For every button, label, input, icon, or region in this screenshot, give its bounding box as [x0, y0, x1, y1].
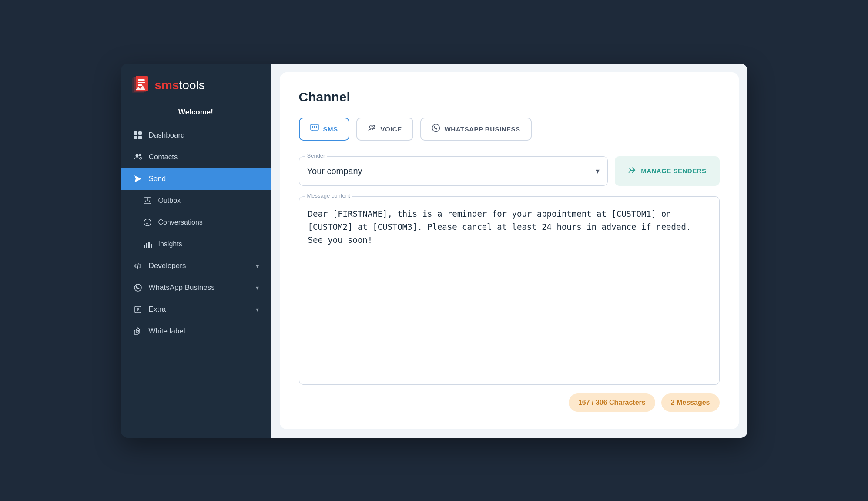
developers-chevron-icon: ▾	[256, 262, 259, 269]
send-label: Send	[149, 175, 166, 183]
sms-tab-icon	[310, 124, 319, 134]
extra-icon	[133, 305, 143, 314]
contacts-icon	[133, 152, 143, 162]
tab-voice[interactable]: VOICE	[356, 118, 413, 141]
sidebar-item-insights[interactable]: Insights	[121, 233, 271, 255]
svg-rect-7	[138, 131, 142, 135]
send-icon	[133, 174, 143, 184]
sidebar-item-white-label[interactable]: White label	[121, 320, 271, 342]
developers-label: Developers	[149, 262, 186, 270]
svg-rect-5	[138, 84, 142, 86]
svg-point-26	[373, 125, 375, 127]
sidebar-item-extra[interactable]: Extra ▾	[121, 299, 271, 320]
whatsapp-chevron-icon: ▾	[256, 284, 259, 291]
developers-icon	[133, 261, 143, 271]
svg-point-11	[139, 154, 141, 156]
dashboard-label: Dashboard	[149, 131, 185, 140]
app-container: smstools Welcome! Dashboard Contacts	[121, 64, 747, 438]
svg-rect-17	[151, 244, 152, 248]
tab-whatsapp-label: WHATSAPP BUSINESS	[445, 125, 520, 133]
svg-rect-6	[134, 131, 137, 135]
dashboard-icon	[133, 131, 143, 140]
svg-rect-9	[138, 136, 142, 139]
message-section: Message content	[299, 196, 720, 385]
sidebar-item-conversations[interactable]: Conversations	[121, 212, 271, 233]
sidebar-item-developers[interactable]: Developers ▾	[121, 255, 271, 277]
manage-senders-label: MANAGE SENDERS	[641, 167, 706, 175]
sidebar-item-dashboard[interactable]: Dashboard	[121, 124, 271, 146]
outbox-label: Outbox	[158, 197, 181, 205]
sender-section: Sender Your company ▾ MANAGE SENDERS	[299, 156, 720, 186]
channel-tabs: SMS VOICE WHATSAPP BUSINESS	[299, 118, 720, 141]
contacts-label: Contacts	[149, 153, 178, 161]
sidebar-nav: Dashboard Contacts Send Ou	[121, 124, 271, 429]
svg-rect-4	[138, 82, 145, 83]
svg-rect-24	[316, 126, 317, 128]
content-card: Channel SMS VOICE	[280, 72, 739, 429]
white-label-label: White label	[149, 327, 185, 336]
outbox-icon	[143, 196, 152, 205]
white-label-icon	[133, 326, 143, 336]
message-label: Message content	[305, 192, 352, 199]
sender-field-wrapper: Sender Your company ▾	[299, 156, 608, 186]
main-content: Channel SMS VOICE	[271, 64, 747, 438]
sidebar-logo: smstools	[121, 64, 271, 104]
svg-rect-3	[138, 79, 145, 81]
svg-rect-15	[146, 243, 147, 248]
svg-rect-14	[144, 245, 145, 248]
extra-chevron-icon: ▾	[256, 306, 259, 313]
logo-icon	[131, 76, 151, 95]
message-textarea[interactable]	[299, 197, 719, 384]
sidebar-item-whatsapp[interactable]: WhatsApp Business ▾	[121, 277, 271, 299]
svg-rect-22	[312, 126, 313, 128]
svg-point-25	[369, 126, 372, 128]
tab-sms-label: SMS	[323, 125, 338, 133]
conversations-icon	[143, 218, 152, 227]
svg-rect-23	[314, 126, 315, 128]
characters-badge: 167 / 306 Characters	[569, 393, 655, 412]
tab-sms[interactable]: SMS	[299, 118, 349, 141]
sidebar-item-contacts[interactable]: Contacts	[121, 146, 271, 168]
tab-voice-label: VOICE	[381, 125, 402, 133]
sender-label: Sender	[305, 152, 327, 159]
svg-point-20	[137, 330, 139, 332]
svg-point-27	[432, 124, 439, 131]
insights-label: Insights	[158, 240, 182, 248]
page-title: Channel	[299, 90, 720, 104]
messages-badge: 2 Messages	[661, 393, 720, 412]
sidebar-item-send[interactable]: Send	[121, 168, 271, 190]
whatsapp-icon	[133, 283, 143, 293]
svg-rect-8	[134, 136, 137, 139]
extra-label: Extra	[149, 305, 166, 314]
stats-row: 167 / 306 Characters 2 Messages	[299, 393, 720, 412]
sidebar: smstools Welcome! Dashboard Contacts	[121, 64, 271, 438]
sidebar-item-outbox[interactable]: Outbox	[121, 190, 271, 212]
insights-icon	[143, 239, 152, 249]
conversations-label: Conversations	[158, 219, 203, 226]
manage-senders-icon	[628, 166, 637, 176]
whatsapp-label: WhatsApp Business	[149, 283, 215, 292]
manage-senders-button[interactable]: MANAGE SENDERS	[615, 156, 719, 186]
voice-tab-icon	[368, 124, 376, 134]
tab-whatsapp[interactable]: WHATSAPP BUSINESS	[420, 118, 532, 141]
svg-rect-16	[148, 242, 150, 248]
logo-text: smstools	[155, 78, 205, 92]
whatsapp-tab-icon	[432, 124, 440, 134]
svg-point-13	[144, 219, 151, 226]
sender-select[interactable]: Your company	[307, 157, 600, 185]
svg-point-10	[135, 154, 138, 157]
sidebar-welcome: Welcome!	[121, 104, 271, 124]
